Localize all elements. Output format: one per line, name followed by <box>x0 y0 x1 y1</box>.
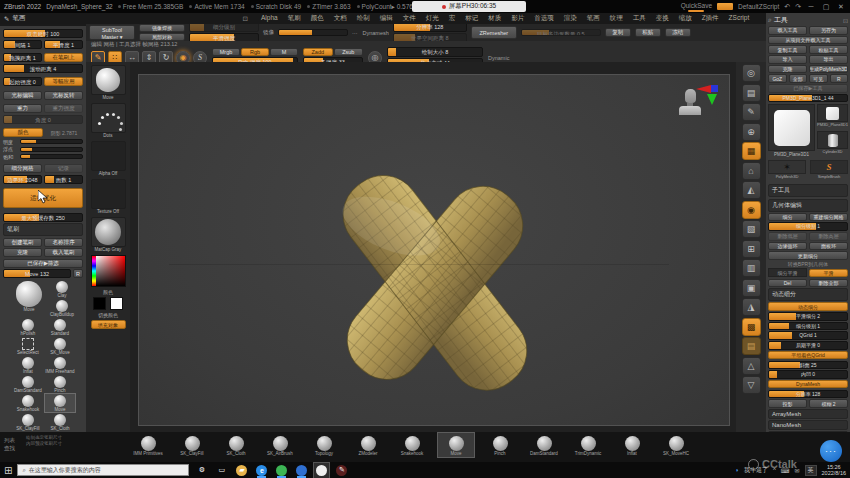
tray-brush-SK_AirBrush[interactable]: SK_AirBrush <box>262 433 298 457</box>
quicksave-button[interactable]: QuickSave <box>681 2 712 12</box>
tray-brush-TrimDynamic[interactable]: TrimDynamic <box>570 433 606 457</box>
simplebrush-tool[interactable]: S SimpleBrush <box>810 160 848 179</box>
section-header[interactable]: NanoMesh <box>768 420 848 430</box>
right-shelf-icon[interactable]: ◭ <box>742 181 761 199</box>
quicksave-slider[interactable] <box>688 10 704 12</box>
world-space-slider[interactable]: 世界空间距离 8 <box>393 33 467 41</box>
tray-brush-SK_MoveHC[interactable]: SK_MoveHC <box>658 433 694 457</box>
button[interactable]: 复制工具 <box>768 45 807 54</box>
button[interactable]: 粘贴工具 <box>809 45 848 54</box>
button[interactable]: 记录 <box>44 164 83 173</box>
clock[interactable]: 15:26 2022/8/16 <box>822 464 846 477</box>
slider[interactable]: 后期平滑 0 <box>768 341 848 350</box>
button[interactable]: 克隆 <box>768 65 807 74</box>
slider[interactable]: 内凹 0 <box>768 370 848 379</box>
button[interactable]: 细分网格 <box>3 164 42 173</box>
brush-IMM Freehand[interactable]: IMM Freehand <box>45 356 75 374</box>
docked-palette-header[interactable]: ✎ 笔画 ⊡ <box>4 14 256 23</box>
menu-item[interactable]: 渲染 <box>559 14 582 23</box>
paste-button[interactable]: 粘贴 <box>635 28 661 37</box>
button[interactable]: R <box>830 74 849 83</box>
sv-square[interactable] <box>96 256 125 286</box>
start-button[interactable]: ⊞ <box>4 465 12 476</box>
slider[interactable]: 边界环 2048 <box>3 175 42 184</box>
menu-item[interactable]: 绘制 <box>352 14 375 23</box>
right-shelf-icon[interactable]: ◉ <box>742 201 761 219</box>
brush-SK_ClayFill[interactable]: SK_ClayFill <box>13 413 43 431</box>
button[interactable]: 导出 <box>809 55 848 64</box>
button[interactable]: 已保存▶工具 <box>768 84 848 93</box>
close-button[interactable]: ✕ <box>836 3 846 11</box>
section-header[interactable]: 动态细分 <box>768 288 848 301</box>
right-shelf-icon[interactable]: ⌂ <box>742 162 761 180</box>
menu-item[interactable]: 影片 <box>506 14 529 23</box>
material-tile[interactable]: MatCap Gray <box>91 217 126 253</box>
smooth-strength-slider[interactable]: 平滑强度 <box>189 33 259 41</box>
right-shelf-icon[interactable]: △ <box>742 357 761 375</box>
button[interactable]: 边缘循环 <box>768 242 807 251</box>
right-shelf-icon[interactable]: ▧ <box>742 220 761 238</box>
default-zscript-button[interactable]: DefaultZScript <box>738 3 779 10</box>
polymesh3d-tool[interactable]: ✶ PolyMesh3D <box>768 160 806 179</box>
brush-ClayBuildup[interactable]: ClayBuildup <box>47 299 77 317</box>
right-shelf-icon[interactable]: ▤ <box>742 337 761 355</box>
slider[interactable]: Move 132 <box>3 269 71 278</box>
slider[interactable] <box>20 154 83 159</box>
button[interactable]: 等幅应用 <box>44 77 83 86</box>
right-shelf-icon[interactable]: ⊞ <box>742 240 761 258</box>
brush-SelectRect[interactable]: SelectRect <box>13 337 43 355</box>
brush-DamStandard[interactable]: DamStandard <box>13 375 43 393</box>
slider[interactable]: 平滑度 1 <box>44 40 83 49</box>
tool-thumb-plane[interactable]: PM3D_Plane3D1 <box>817 104 848 127</box>
right-shelf-icon[interactable]: ✎ <box>742 103 761 121</box>
section-header[interactable]: ArrayMesh <box>768 409 848 419</box>
button[interactable]: 创建笔刷 <box>3 238 42 247</box>
right-shelf-icon[interactable]: ▣ <box>742 279 761 297</box>
tray-brush-Topology[interactable]: Topology <box>306 433 342 457</box>
brush-SK_Cloth[interactable]: SK_Cloth <box>45 413 75 431</box>
right-shelf-icon[interactable]: ⊕ <box>742 123 761 141</box>
list-label[interactable]: 列表 <box>4 436 15 444</box>
menu-item[interactable]: 缩放 <box>674 14 697 23</box>
tray-brush-SK_ClayFill[interactable]: SK_ClayFill <box>174 433 210 457</box>
taskbar-search[interactable]: ⌕ 在这里输入你要搜索的内容 <box>17 464 189 476</box>
copy-button[interactable]: 复制 <box>605 28 631 37</box>
taskbar-app-icon[interactable]: ⚙ <box>194 463 209 478</box>
button[interactable]: 克隆 <box>3 248 42 257</box>
button[interactable]: 平滑 <box>809 269 848 278</box>
texture-tile[interactable]: Texture Off <box>91 179 126 215</box>
right-shelf-icon[interactable]: ▥ <box>742 259 761 277</box>
sculpt-mode-button[interactable]: Zsub <box>334 48 364 56</box>
main-color-swatch[interactable] <box>93 297 106 310</box>
menu-item[interactable]: 首选项 <box>529 14 559 23</box>
slider[interactable]: 细分级别 1 <box>768 222 848 231</box>
button[interactable]: 光标反转 <box>44 91 83 100</box>
alpha-tile[interactable]: Alpha Off <box>91 141 126 177</box>
right-shelf-icon[interactable]: ▦ <box>742 142 761 160</box>
tray-brush-SK_Cloth[interactable]: SK_Cloth <box>218 433 254 457</box>
brush-Inflat[interactable]: Inflat <box>13 356 43 374</box>
button[interactable]: 模糊 2 <box>809 399 848 408</box>
slider[interactable]: PM3D_Plane3D1_1 44 <box>768 94 848 103</box>
taskbar-app-icon[interactable] <box>314 463 329 478</box>
menu-item[interactable]: Alpha <box>256 14 283 23</box>
slider[interactable]: 双击延时 100 <box>3 29 83 38</box>
brush-Move[interactable]: Move <box>13 280 45 312</box>
tool-thumb-cylinder[interactable]: Cylinder3D <box>817 131 848 154</box>
button[interactable]: 生成PolyMesh3D <box>809 65 848 74</box>
section-header[interactable]: 子工具 <box>768 184 848 197</box>
sculpt-mesh[interactable] <box>139 75 729 425</box>
button[interactable]: 导入 <box>768 55 807 64</box>
section-header[interactable]: 几何体编辑 <box>768 199 848 212</box>
recording-tab[interactable]: 屏幕PH30:06:35 <box>412 1 526 12</box>
button[interactable]: 动态细分 <box>768 302 848 311</box>
slider[interactable]: 间隔 1 <box>3 40 42 49</box>
slider[interactable]: 起始强度 0 <box>3 77 42 86</box>
resolution-slider[interactable]: 分辨率 128 <box>393 24 467 32</box>
button[interactable]: 平坦着色QGrid <box>768 351 848 360</box>
ime-chip[interactable]: 英 <box>805 465 817 476</box>
dock-pin-icon[interactable]: ⊡ <box>243 15 248 23</box>
button[interactable]: 从项目文件载入工具 <box>768 36 848 45</box>
zremesher-button[interactable]: ZRemesher <box>471 26 517 39</box>
menu-item[interactable]: 灯光 <box>421 14 444 23</box>
